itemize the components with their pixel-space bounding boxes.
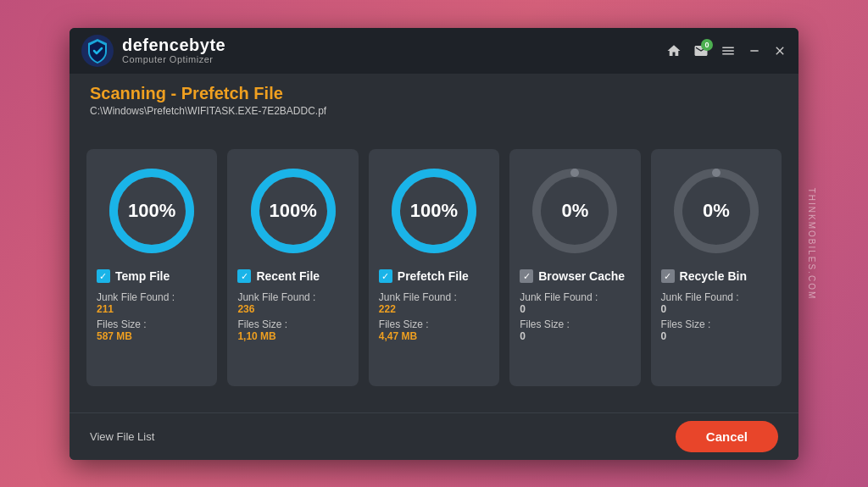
size-stat-recycle-bin: Files Size : 0 xyxy=(661,318,771,342)
size-label-browser-cache: Files Size : xyxy=(520,318,630,330)
junk-value-browser-cache: 0 xyxy=(520,303,630,315)
card-recycle-bin: 0% ✓ Recycle Bin Junk File Found : 0 Fil… xyxy=(651,149,782,386)
watermark: THINKMOBILES.COM xyxy=(807,187,816,300)
checkbox-prefetch-file[interactable]: ✓ xyxy=(379,269,392,283)
checkbox-recycle-bin[interactable]: ✓ xyxy=(661,269,675,283)
junk-stat-prefetch-file: Junk File Found : 222 xyxy=(379,291,489,315)
cards-area: 100% ✓ Temp File Junk File Found : 211 F… xyxy=(70,124,798,412)
card-label-temp-file: ✓ Temp File xyxy=(97,269,207,283)
card-label-recycle-bin: ✓ Recycle Bin xyxy=(661,269,771,283)
junk-label-browser-cache: Junk File Found : xyxy=(520,291,630,303)
card-prefetch-file: 100% ✓ Prefetch File Junk File Found : 2… xyxy=(369,149,499,386)
progress-circle-recent-file: 100% xyxy=(247,164,340,257)
mail-button[interactable]: 0 xyxy=(693,43,709,58)
notification-badge: 0 xyxy=(701,39,713,51)
card-label-browser-cache: ✓ Browser Cache xyxy=(520,269,630,283)
percent-recycle-bin: 0% xyxy=(703,200,730,222)
logo-area: defencebyte Computer Optimizer xyxy=(81,35,225,67)
card-recent-file: 100% ✓ Recent File Junk File Found : 236… xyxy=(227,149,358,386)
checkbox-browser-cache[interactable]: ✓ xyxy=(520,269,533,283)
card-temp-file: 100% ✓ Temp File Junk File Found : 211 F… xyxy=(86,149,217,386)
size-stat-recent-file: Files Size : 1,10 MB xyxy=(237,318,348,342)
size-value-recent-file: 1,10 MB xyxy=(237,330,348,342)
card-title-prefetch-file: Prefetch File xyxy=(398,269,469,283)
cancel-button[interactable]: Cancel xyxy=(676,421,778,452)
scanning-title: Scanning - Prefetch File xyxy=(90,84,778,103)
size-stat-browser-cache: Files Size : 0 xyxy=(520,318,630,342)
junk-label-prefetch-file: Junk File Found : xyxy=(379,291,489,303)
junk-label-temp-file: Junk File Found : xyxy=(97,291,207,303)
progress-circle-prefetch-file: 100% xyxy=(387,164,481,257)
minimize-button[interactable] xyxy=(748,44,761,58)
junk-label-recycle-bin: Junk File Found : xyxy=(661,291,771,303)
size-label-recycle-bin: Files Size : xyxy=(661,318,771,330)
junk-value-prefetch-file: 222 xyxy=(379,303,489,315)
junk-stat-recycle-bin: Junk File Found : 0 xyxy=(661,291,771,315)
junk-stat-recent-file: Junk File Found : 236 xyxy=(237,291,348,315)
title-bar-controls: 0 xyxy=(666,43,787,58)
junk-value-recent-file: 236 xyxy=(237,303,348,315)
app-subtitle: Computer Optimizer xyxy=(122,54,225,64)
percent-browser-cache: 0% xyxy=(562,200,589,222)
home-button[interactable] xyxy=(666,43,682,58)
checkbox-recent-file[interactable]: ✓ xyxy=(237,269,251,283)
card-title-recycle-bin: Recycle Bin xyxy=(680,269,747,283)
card-title-recent-file: Recent File xyxy=(256,269,320,283)
progress-circle-temp-file: 100% xyxy=(105,164,198,257)
scanning-header: Scanning - Prefetch File C:\Windows\Pref… xyxy=(70,74,798,124)
junk-label-recent-file: Junk File Found : xyxy=(237,291,348,303)
percent-temp-file: 100% xyxy=(128,200,175,222)
app-name: defencebyte xyxy=(122,36,225,54)
footer: View File List Cancel xyxy=(70,412,798,460)
card-title-temp-file: Temp File xyxy=(115,269,170,283)
size-value-browser-cache: 0 xyxy=(520,330,630,342)
junk-stat-browser-cache: Junk File Found : 0 xyxy=(520,291,630,315)
size-label-prefetch-file: Files Size : xyxy=(379,318,489,330)
card-title-browser-cache: Browser Cache xyxy=(538,269,625,283)
card-label-recent-file: ✓ Recent File xyxy=(237,269,348,283)
title-bar: defencebyte Computer Optimizer 0 xyxy=(70,28,798,74)
logo-text: defencebyte Computer Optimizer xyxy=(122,36,225,64)
size-value-temp-file: 587 MB xyxy=(97,330,207,342)
close-button[interactable] xyxy=(773,44,787,58)
card-label-prefetch-file: ✓ Prefetch File xyxy=(379,269,489,283)
size-value-recycle-bin: 0 xyxy=(661,330,771,342)
junk-stat-temp-file: Junk File Found : 211 xyxy=(97,291,207,315)
checkbox-temp-file[interactable]: ✓ xyxy=(97,269,110,283)
size-stat-prefetch-file: Files Size : 4,47 MB xyxy=(379,318,489,342)
junk-value-temp-file: 211 xyxy=(97,303,207,315)
size-label-recent-file: Files Size : xyxy=(237,318,348,330)
menu-button[interactable] xyxy=(721,43,736,58)
progress-circle-browser-cache: 0% xyxy=(528,164,621,257)
view-file-list-button[interactable]: View File List xyxy=(90,430,154,443)
percent-prefetch-file: 100% xyxy=(410,200,458,222)
logo-icon xyxy=(81,35,114,67)
size-stat-temp-file: Files Size : 587 MB xyxy=(97,318,207,342)
junk-value-recycle-bin: 0 xyxy=(661,303,771,315)
size-label-temp-file: Files Size : xyxy=(97,318,207,330)
app-window: defencebyte Computer Optimizer 0 xyxy=(70,28,798,460)
progress-circle-recycle-bin: 0% xyxy=(670,164,763,257)
percent-recent-file: 100% xyxy=(269,200,316,222)
size-value-prefetch-file: 4,47 MB xyxy=(379,330,489,342)
card-browser-cache: 0% ✓ Browser Cache Junk File Found : 0 F… xyxy=(509,149,640,386)
scanning-path: C:\Windows\Prefetch\WIFITASK.EXE-7E2BADD… xyxy=(90,105,778,117)
